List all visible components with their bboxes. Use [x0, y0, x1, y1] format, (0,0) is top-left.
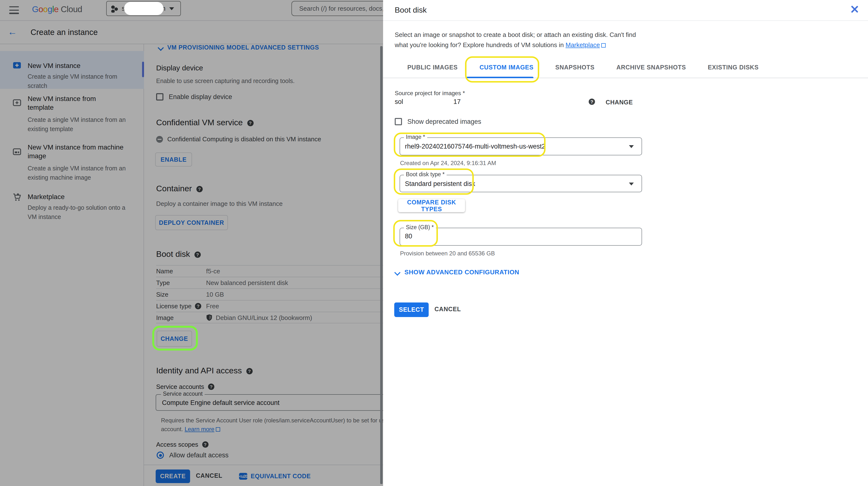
chevron-down-icon [629, 145, 634, 148]
source-project-label: Source project for images * [395, 90, 465, 96]
compare-disk-types-button[interactable]: COMPARE DISK TYPES [398, 199, 465, 212]
image-select[interactable]: Image * rhel9-20240216075746-multi-voltm… [400, 137, 642, 155]
panel-tabs: PUBLIC IMAGES CUSTOM IMAGES SNAPSHOTS AR… [383, 57, 868, 78]
select-button[interactable]: SELECT [394, 303, 429, 317]
show-deprecated-row[interactable]: Show deprecated images [395, 118, 481, 125]
source-project-value-suffix: 17 [454, 98, 461, 105]
size-helper: Provision between 20 and 65536 GB [400, 250, 495, 257]
panel-title: Boot disk [395, 6, 427, 15]
screen: Google Cloud s n ← Create an instance [0, 0, 868, 486]
chevron-down-icon [629, 182, 634, 185]
field-label: Boot disk type * [404, 171, 446, 177]
tab-existing-disks[interactable]: EXISTING DISKS [708, 64, 758, 71]
image-value: rhel9-20240216075746-multi-voltmesh-us-w… [405, 143, 545, 150]
size-input[interactable] [405, 233, 502, 240]
show-advanced-label: SHOW ADVANCED CONFIGURATION [404, 268, 519, 276]
active-tab-indicator [466, 77, 533, 78]
chevron-down-icon [395, 270, 400, 275]
tab-custom-images[interactable]: CUSTOM IMAGES [479, 64, 534, 71]
external-link-icon [601, 43, 606, 48]
field-label: Image * [404, 134, 427, 140]
boot-disk-type-value: Standard persistent disk [405, 180, 475, 188]
panel-desc-line2: what you're looking for? Explore hundred… [395, 41, 606, 49]
panel-cancel-button[interactable]: CANCEL [434, 306, 461, 313]
source-project-value-prefix: sol [395, 98, 403, 105]
redaction-project-name [124, 2, 163, 15]
show-deprecated-checkbox[interactable] [395, 118, 402, 125]
image-helper: Created on Apr 24, 2024, 9:16:31 AM [400, 160, 496, 167]
close-icon[interactable] [850, 5, 859, 13]
source-project-change-button[interactable]: CHANGE [606, 99, 633, 106]
panel-desc-line1: Select an image or snapshot to create a … [395, 31, 636, 38]
panel-header: Boot disk [383, 0, 868, 21]
marketplace-link[interactable]: Marketplace [565, 41, 600, 49]
size-field: Size (GB) * [400, 228, 642, 246]
help-icon[interactable] [589, 98, 595, 105]
checkbox-label: Show deprecated images [407, 118, 481, 125]
tab-archive-snapshots[interactable]: ARCHIVE SNAPSHOTS [616, 64, 686, 71]
show-advanced-configuration-toggle[interactable]: SHOW ADVANCED CONFIGURATION [395, 268, 519, 276]
boot-disk-panel: Boot disk Select an image or snapshot to… [383, 0, 868, 486]
modal-dim-overlay[interactable] [0, 0, 383, 486]
field-label: Size (GB) * [404, 224, 436, 230]
boot-disk-type-select[interactable]: Boot disk type * Standard persistent dis… [400, 175, 642, 192]
tab-public-images[interactable]: PUBLIC IMAGES [407, 64, 458, 71]
tab-snapshots[interactable]: SNAPSHOTS [555, 64, 594, 71]
